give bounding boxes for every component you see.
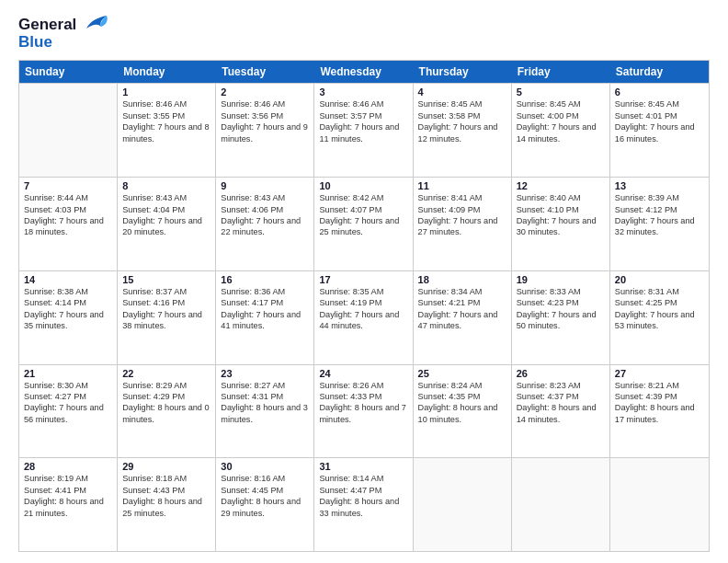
cal-cell: 13Sunrise: 8:39 AMSunset: 4:12 PMDayligh… bbox=[610, 178, 709, 270]
day-number: 9 bbox=[221, 180, 309, 191]
sunset-text: Sunset: 4:39 PM bbox=[615, 391, 704, 402]
sunrise-text: Sunrise: 8:16 AM bbox=[221, 473, 309, 484]
cal-cell: 25Sunrise: 8:24 AMSunset: 4:35 PMDayligh… bbox=[414, 365, 512, 458]
sunset-text: Sunset: 4:45 PM bbox=[221, 485, 309, 496]
logo: General Blue bbox=[18, 17, 108, 51]
page: General Blue SundayMondayTuesdayWednesda… bbox=[0, 0, 728, 563]
cal-cell: 28Sunrise: 8:19 AMSunset: 4:41 PMDayligh… bbox=[19, 458, 118, 551]
daylight-text: Daylight: 7 hours and 32 minutes. bbox=[615, 215, 704, 238]
daylight-text: Daylight: 7 hours and 27 minutes. bbox=[418, 215, 506, 238]
cal-cell: 26Sunrise: 8:23 AMSunset: 4:37 PMDayligh… bbox=[512, 365, 610, 458]
day-number: 2 bbox=[221, 86, 309, 98]
day-number: 6 bbox=[615, 86, 704, 98]
daylight-text: Daylight: 7 hours and 30 minutes. bbox=[517, 215, 605, 238]
day-number: 21 bbox=[24, 368, 112, 379]
sunset-text: Sunset: 3:55 PM bbox=[122, 110, 210, 121]
sunset-text: Sunset: 4:29 PM bbox=[122, 391, 210, 402]
daylight-text: Daylight: 7 hours and 35 minutes. bbox=[24, 309, 112, 332]
cal-cell: 8Sunrise: 8:43 AMSunset: 4:04 PMDaylight… bbox=[118, 178, 216, 270]
cal-cell: 18Sunrise: 8:34 AMSunset: 4:21 PMDayligh… bbox=[414, 271, 512, 364]
sunrise-text: Sunrise: 8:30 AM bbox=[24, 380, 112, 391]
sunrise-text: Sunrise: 8:42 AM bbox=[319, 192, 407, 203]
sunset-text: Sunset: 4:14 PM bbox=[24, 297, 112, 308]
day-number: 7 bbox=[24, 180, 112, 191]
sunset-text: Sunset: 4:47 PM bbox=[319, 485, 407, 496]
sunrise-text: Sunrise: 8:44 AM bbox=[24, 192, 112, 203]
sunset-text: Sunset: 4:10 PM bbox=[517, 204, 605, 215]
daylight-text: Daylight: 7 hours and 38 minutes. bbox=[122, 309, 210, 332]
cal-header-saturday: Saturday bbox=[610, 61, 709, 83]
sunrise-text: Sunrise: 8:24 AM bbox=[418, 380, 506, 391]
day-number: 24 bbox=[319, 368, 407, 379]
cal-row-3: 14Sunrise: 8:38 AMSunset: 4:14 PMDayligh… bbox=[19, 270, 709, 364]
day-number: 26 bbox=[517, 368, 605, 379]
day-number: 31 bbox=[319, 461, 407, 472]
cal-cell: 3Sunrise: 8:46 AMSunset: 3:57 PMDaylight… bbox=[314, 84, 413, 177]
daylight-text: Daylight: 8 hours and 14 minutes. bbox=[517, 402, 605, 425]
calendar-body: 1Sunrise: 8:46 AMSunset: 3:55 PMDaylight… bbox=[19, 83, 709, 551]
daylight-text: Daylight: 7 hours and 11 minutes. bbox=[319, 121, 407, 144]
sunset-text: Sunset: 4:17 PM bbox=[221, 297, 309, 308]
cal-cell: 9Sunrise: 8:43 AMSunset: 4:06 PMDaylight… bbox=[216, 178, 314, 270]
cal-cell: 21Sunrise: 8:30 AMSunset: 4:27 PMDayligh… bbox=[19, 365, 118, 458]
cal-cell bbox=[414, 458, 512, 551]
sunset-text: Sunset: 4:07 PM bbox=[319, 204, 407, 215]
daylight-text: Daylight: 8 hours and 21 minutes. bbox=[24, 496, 112, 519]
sunrise-text: Sunrise: 8:31 AM bbox=[615, 286, 704, 297]
daylight-text: Daylight: 7 hours and 50 minutes. bbox=[517, 309, 605, 332]
day-number: 8 bbox=[122, 180, 210, 191]
daylight-text: Daylight: 7 hours and 47 minutes. bbox=[418, 309, 506, 332]
daylight-text: Daylight: 7 hours and 8 minutes. bbox=[122, 121, 210, 144]
day-number: 10 bbox=[319, 180, 407, 191]
day-number: 30 bbox=[221, 461, 309, 472]
cal-row-5: 28Sunrise: 8:19 AMSunset: 4:41 PMDayligh… bbox=[19, 457, 709, 551]
cal-cell bbox=[19, 84, 118, 177]
daylight-text: Daylight: 8 hours and 29 minutes. bbox=[221, 496, 309, 519]
day-number: 12 bbox=[517, 180, 605, 191]
sunrise-text: Sunrise: 8:21 AM bbox=[615, 380, 704, 391]
sunrise-text: Sunrise: 8:38 AM bbox=[24, 286, 112, 297]
sunset-text: Sunset: 4:03 PM bbox=[24, 204, 112, 215]
sunrise-text: Sunrise: 8:43 AM bbox=[221, 192, 309, 203]
logo-blue: Blue bbox=[18, 34, 108, 52]
cal-header-tuesday: Tuesday bbox=[216, 61, 314, 83]
cal-cell: 23Sunrise: 8:27 AMSunset: 4:31 PMDayligh… bbox=[216, 365, 314, 458]
day-number: 28 bbox=[24, 461, 112, 472]
cal-header-thursday: Thursday bbox=[414, 61, 512, 83]
cal-cell bbox=[610, 458, 709, 551]
sunrise-text: Sunrise: 8:14 AM bbox=[319, 473, 407, 484]
daylight-text: Daylight: 8 hours and 7 minutes. bbox=[319, 402, 407, 425]
daylight-text: Daylight: 7 hours and 16 minutes. bbox=[615, 121, 704, 144]
daylight-text: Daylight: 8 hours and 17 minutes. bbox=[615, 402, 704, 425]
sunrise-text: Sunrise: 8:40 AM bbox=[517, 192, 605, 203]
cal-cell: 20Sunrise: 8:31 AMSunset: 4:25 PMDayligh… bbox=[610, 271, 709, 364]
day-number: 29 bbox=[122, 461, 210, 472]
header: General Blue bbox=[18, 17, 710, 51]
cal-cell: 11Sunrise: 8:41 AMSunset: 4:09 PMDayligh… bbox=[414, 178, 512, 270]
sunrise-text: Sunrise: 8:33 AM bbox=[517, 286, 605, 297]
sunset-text: Sunset: 4:43 PM bbox=[122, 485, 210, 496]
day-number: 3 bbox=[319, 86, 407, 98]
sunrise-text: Sunrise: 8:34 AM bbox=[418, 286, 506, 297]
cal-row-4: 21Sunrise: 8:30 AMSunset: 4:27 PMDayligh… bbox=[19, 364, 709, 458]
day-number: 11 bbox=[418, 180, 506, 191]
cal-row-1: 1Sunrise: 8:46 AMSunset: 3:55 PMDaylight… bbox=[19, 83, 709, 177]
day-number: 1 bbox=[122, 86, 210, 98]
sunset-text: Sunset: 4:27 PM bbox=[24, 391, 112, 402]
sunset-text: Sunset: 4:35 PM bbox=[418, 391, 506, 402]
day-number: 13 bbox=[615, 180, 704, 191]
sunset-text: Sunset: 4:41 PM bbox=[24, 485, 112, 496]
sunset-text: Sunset: 4:31 PM bbox=[221, 391, 309, 402]
sunrise-text: Sunrise: 8:18 AM bbox=[122, 473, 210, 484]
sunset-text: Sunset: 4:23 PM bbox=[517, 297, 605, 308]
day-number: 23 bbox=[221, 368, 309, 379]
daylight-text: Daylight: 8 hours and 25 minutes. bbox=[122, 496, 210, 519]
cal-cell: 19Sunrise: 8:33 AMSunset: 4:23 PMDayligh… bbox=[512, 271, 610, 364]
daylight-text: Daylight: 7 hours and 53 minutes. bbox=[615, 309, 704, 332]
cal-header-wednesday: Wednesday bbox=[314, 61, 413, 83]
cal-cell: 6Sunrise: 8:45 AMSunset: 4:01 PMDaylight… bbox=[610, 84, 709, 177]
sunset-text: Sunset: 4:25 PM bbox=[615, 297, 704, 308]
sunrise-text: Sunrise: 8:41 AM bbox=[418, 192, 506, 203]
cal-cell: 27Sunrise: 8:21 AMSunset: 4:39 PMDayligh… bbox=[610, 365, 709, 458]
sunrise-text: Sunrise: 8:46 AM bbox=[122, 98, 210, 109]
